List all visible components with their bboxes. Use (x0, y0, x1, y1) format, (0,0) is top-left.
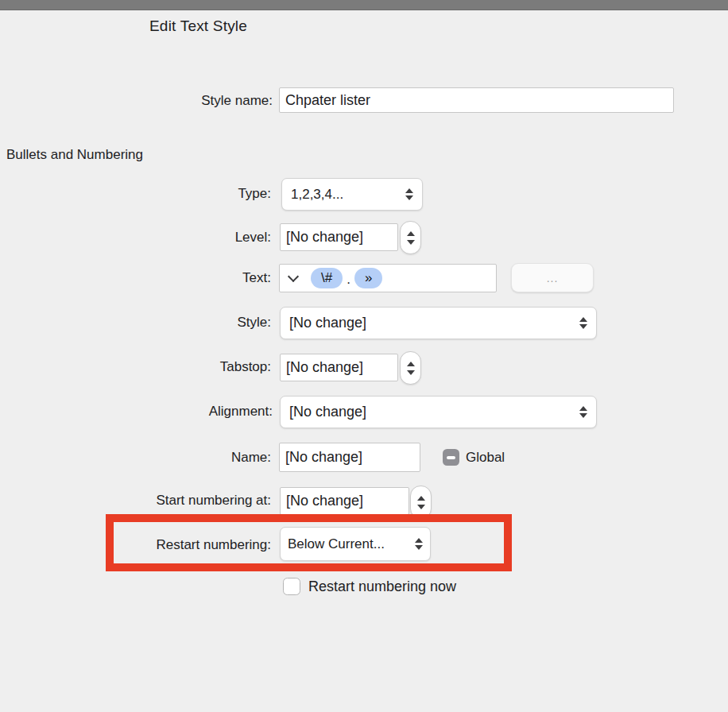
start-numbering-label: Start numbering at: (156, 493, 271, 509)
text-more-button[interactable]: ... (511, 263, 594, 292)
global-label: Global (466, 450, 505, 466)
name-input[interactable] (279, 443, 420, 472)
restart-numbering-label: Restart numbering: (156, 537, 271, 553)
start-numbering-stepper[interactable] (410, 486, 432, 519)
stepper-down-icon[interactable] (407, 370, 415, 375)
restart-numbering-popup[interactable]: Below Current... (280, 527, 431, 561)
token-separator: . (347, 272, 350, 288)
level-label: Level: (235, 230, 271, 246)
popup-updown-icon (579, 317, 587, 329)
popup-updown-icon (579, 406, 587, 418)
style-popup[interactable]: [No change] (280, 307, 597, 339)
style-name-input[interactable] (279, 87, 674, 113)
alignment-popup-value: [No change] (289, 404, 579, 420)
text-token-field[interactable]: \# . » (279, 264, 497, 292)
restart-numbering-popup-value: Below Current... (288, 536, 415, 552)
edit-text-style-dialog: Edit Text Style Style name: Bullets and … (0, 0, 728, 712)
tabstop-label: Tabstop: (220, 359, 271, 375)
type-label: Type: (238, 186, 271, 202)
name-label: Name: (231, 450, 271, 466)
type-popup[interactable]: 1,2,3,4... (281, 178, 423, 211)
window-titlebar-edge (0, 0, 728, 10)
stepper-up-icon[interactable] (417, 496, 425, 501)
stepper-down-icon[interactable] (407, 240, 415, 245)
style-name-label: Style name: (201, 93, 273, 109)
start-numbering-input[interactable] (280, 487, 409, 515)
tabstop-stepper[interactable] (400, 351, 421, 385)
stepper-down-icon[interactable] (417, 505, 425, 509)
dialog-title: Edit Text Style (149, 17, 247, 35)
section-title-bullets-numbering: Bullets and Numbering (6, 147, 143, 163)
global-checkbox-mixed[interactable] (443, 449, 459, 466)
alignment-label: Alignment: (209, 404, 273, 420)
tabstop-input[interactable] (280, 354, 398, 381)
restart-now-label[interactable]: Restart numbering now (308, 578, 456, 595)
text-label: Text: (242, 270, 271, 286)
popup-updown-icon (405, 188, 413, 200)
style-popup-value: [No change] (289, 315, 579, 331)
level-stepper[interactable] (400, 221, 421, 254)
chevrons-token[interactable]: » (354, 268, 382, 288)
level-input[interactable] (280, 223, 398, 251)
style-label: Style: (237, 315, 271, 331)
alignment-popup[interactable]: [No change] (280, 396, 597, 428)
type-popup-value: 1,2,3,4... (291, 187, 405, 203)
minus-icon (447, 456, 455, 459)
restart-now-checkbox[interactable] (283, 578, 300, 595)
chevron-down-icon[interactable] (288, 270, 299, 281)
number-token[interactable]: \# (311, 268, 343, 288)
stepper-up-icon[interactable] (407, 231, 415, 236)
popup-updown-icon (415, 538, 423, 550)
stepper-up-icon[interactable] (407, 362, 415, 366)
